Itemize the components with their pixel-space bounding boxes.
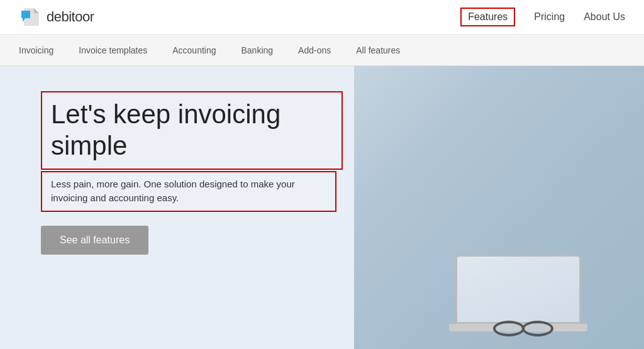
- sub-nav-add-ons[interactable]: Add-ons: [298, 45, 331, 55]
- hero-content: Let's keep invoicing simple Less pain, m…: [41, 91, 343, 255]
- top-nav: debitoor Features Pricing About Us: [0, 0, 644, 35]
- nav-link-about[interactable]: About Us: [584, 11, 625, 23]
- logo-text: debitoor: [47, 9, 94, 25]
- glasses-right-lens: [522, 321, 553, 336]
- sub-nav: Invoicing Invoice templates Accounting B…: [0, 35, 644, 66]
- see-all-features-button[interactable]: See all features: [41, 226, 148, 255]
- hero-headline: Let's keep invoicing simple: [41, 91, 343, 170]
- nav-link-features[interactable]: Features: [460, 8, 515, 26]
- sub-nav-invoicing[interactable]: Invoicing: [19, 45, 53, 55]
- glasses-decoration: [493, 321, 594, 340]
- hero-subtext: Less pain, more gain. One solution desig…: [41, 171, 336, 212]
- sub-nav-banking[interactable]: Banking: [242, 45, 274, 55]
- logo-icon: [19, 6, 42, 28]
- top-nav-links: Features Pricing About Us: [460, 8, 625, 26]
- nav-link-pricing[interactable]: Pricing: [534, 11, 565, 23]
- glasses-left-lens: [493, 321, 525, 336]
- hero-section: Let's keep invoicing simple Less pain, m…: [0, 66, 644, 349]
- sub-nav-all-features[interactable]: All features: [356, 45, 400, 55]
- sub-nav-invoice-templates[interactable]: Invoice templates: [79, 45, 147, 55]
- sub-nav-accounting[interactable]: Accounting: [172, 45, 216, 55]
- logo-area[interactable]: debitoor: [19, 6, 94, 28]
- laptop-screen: [455, 255, 581, 324]
